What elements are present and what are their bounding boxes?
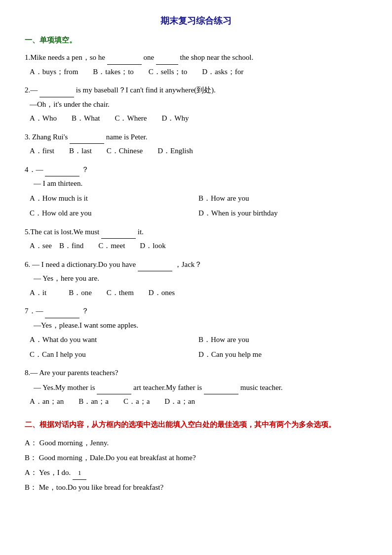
q4-opt-d: D．When is your birthday [198,206,367,220]
q8-blank2 [204,380,238,395]
q4-line1-after: ？ [81,166,89,173]
q6-blank1 [138,257,172,272]
q4-line1-before: 4．— [25,166,43,173]
dialog-text-4: Me，too.Do you like bread for breakfast? [39,483,163,491]
q3-text-after: name is Peter. [106,133,148,141]
q1-blank2 [156,50,178,65]
section1-header: 一、单项填空。 [25,36,367,45]
q5-text-before: 5.The cat is lost.We must [25,228,99,236]
question-8: 8.— Are your parents teachers? — Yes.My … [25,366,367,409]
q7-opt-b: B．How are you [198,332,367,347]
q2-line1-after: is my baseball？I can't find it anywhere(… [76,86,216,94]
q7-blank1 [45,303,79,318]
dialog-block: A： Good morning，Jenny. B： Good morning，D… [25,435,367,495]
q7-opt-c: C．Can I help you [30,347,198,362]
question-1: 1.Mike needs a pen，so he one the shop ne… [25,50,367,79]
q2-line1-before: 2.— [25,86,38,94]
q7-opt-d: D．Can you help me [198,347,367,362]
question-3: 3. Zhang Rui's name is Peter. A．first B．… [25,129,367,158]
section2-header: 二、根据对话内容，从方框内的选项中选出能填入空白处的最佳选项，其中有两个为多余选… [25,419,367,430]
q3-blank1 [70,129,104,144]
q6-line2: — Yes，here you are. [34,274,99,282]
q5-blank1 [101,224,136,239]
q4-opt-b: B．How are you [198,191,367,206]
dialog-blank-3: 1 [73,467,86,480]
q1-options: A．buys；from B．takes；to C．sells；to D．asks… [25,65,367,79]
dialog-speaker-2: B： [25,454,37,462]
q8-line2-middle: art teacher.My father is [133,384,202,391]
question-7: 7．— ？ —Yes，please.I want some apples. A．… [25,303,367,362]
q1-blank1 [107,50,142,65]
dialog-line-4: B： Me，too.Do you like bread for breakfas… [25,480,367,495]
q4-options: A．How much is it B．How are you C．How old… [25,191,367,220]
dialog-text-1: Good morning，Jenny. [39,439,109,447]
q5-options: A．see B．find C．meet D．look [25,239,367,253]
q8-line2-before: — Yes.My mother is [34,384,95,391]
page-title: 期末复习综合练习 [25,15,367,27]
q2-options: A．Who B．What C．Where D．Why [25,111,367,126]
q7-line1-before: 7．— [25,307,43,315]
q7-opt-a: A．What do you want [30,332,198,347]
q1-text-middle: one [143,53,156,61]
dialog-line-3: A： Yes，I do. 1 [25,465,367,480]
dialog-line-1: A： Good morning，Jenny. [25,435,367,450]
q4-blank1 [45,162,79,177]
dialog-speaker-1: A： [25,439,38,447]
q8-blank1 [97,380,131,395]
q4-opt-a: A．How much is it [30,191,198,206]
q4-opt-c: C．How old are you [30,206,198,220]
dialog-line-2: B： Good morning，Dale.Do you eat breakfas… [25,450,367,465]
q7-line2: —Yes，please.I want some apples. [34,321,138,329]
dialog-text-2: Good morning，Dale.Do you eat breakfast a… [39,454,196,462]
q4-line2: — I am thirteen. [34,179,82,187]
q1-text-before: 1.Mike needs a pen，so he [25,53,105,61]
dialog-speaker-3: A： [25,469,38,476]
question-4: 4．— ？ — I am thirteen. A．How much is it … [25,162,367,220]
q3-options: A．first B．last C．Chinese D．English [25,144,367,158]
q8-line2-after: music teacher. [240,384,283,391]
dialog-speaker-4: B： [25,483,37,491]
q8-line1: 8.— Are your parents teachers? [25,369,118,377]
q6-line1-after: ，Jack？ [174,260,202,268]
q2-line2: —Oh，it's under the chair. [30,100,110,108]
q7-options: A．What do you want B．How are you C．Can I… [25,332,367,362]
q6-options: A．it B．one C．them D．ones [25,286,367,300]
dialog-text-before-3: Yes，I do. [39,469,71,476]
q6-line1-before: 6. — I need a dictionary.Do you have [25,260,136,268]
q7-line1-after: ？ [81,307,89,315]
q1-text-after: the shop near the school. [180,53,254,61]
q5-text-after: it. [138,228,144,236]
question-2: 2.— is my baseball？I can't find it anywh… [25,83,367,126]
question-6: 6. — I need a dictionary.Do you have ，Ja… [25,257,367,300]
q2-blank1 [39,83,74,97]
section2: 二、根据对话内容，从方框内的选项中选出能填入空白处的最佳选项，其中有两个为多余选… [25,419,367,495]
q3-text-before: 3. Zhang Rui's [25,133,68,141]
question-5: 5.The cat is lost.We must it. A．see B．fi… [25,224,367,253]
q8-options: A．an；an B．an；a C．a；a D．a；an [25,394,367,409]
